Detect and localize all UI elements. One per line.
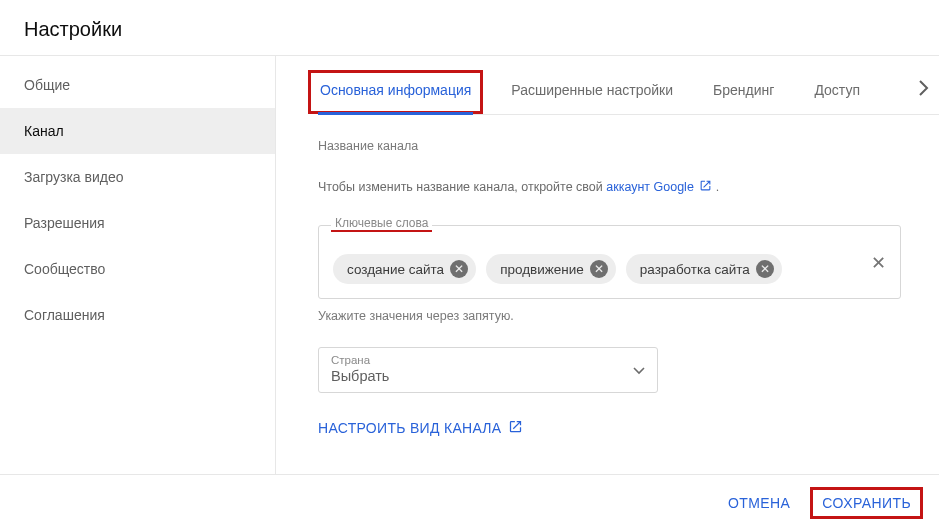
dialog-title: Настройки [0, 0, 939, 55]
customize-channel-link[interactable]: НАСТРОИТЬ ВИД КАНАЛА [318, 419, 523, 437]
keywords-legend: Ключевые слова [331, 216, 432, 232]
keywords-chips: создание сайта ✕ продвижение ✕ разработк… [333, 254, 886, 284]
chevron-right-icon[interactable] [919, 78, 929, 111]
country-label: Страна [331, 354, 645, 366]
basic-info-section: Название канала Чтобы изменить название … [318, 139, 939, 437]
sidebar-item-channel[interactable]: Канал [0, 108, 275, 154]
sidebar-item-permissions[interactable]: Разрешения [0, 200, 275, 246]
external-link-icon [508, 419, 523, 437]
main-panel: Основная информация Расширенные настройк… [275, 56, 939, 475]
country-value: Выбрать [331, 368, 645, 384]
sidebar-item-general[interactable]: Общие [0, 62, 275, 108]
cancel-button[interactable]: ОТМЕНА [716, 487, 802, 519]
chip-remove-icon[interactable]: ✕ [756, 260, 774, 278]
settings-sidebar: Общие Канал Загрузка видео Разрешения Со… [0, 56, 275, 475]
clear-all-icon[interactable]: ✕ [871, 252, 886, 274]
sidebar-item-agreements[interactable]: Соглашения [0, 292, 275, 338]
sidebar-item-upload[interactable]: Загрузка видео [0, 154, 275, 200]
dialog-footer: ОТМЕНА СОХРАНИТЬ [0, 474, 939, 531]
google-account-link[interactable]: аккаунт Google [606, 180, 694, 194]
dialog-body: Общие Канал Загрузка видео Разрешения Со… [0, 55, 939, 475]
customize-link-label: НАСТРОИТЬ ВИД КАНАЛА [318, 420, 502, 436]
keywords-hint: Укажите значения через запятую. [318, 309, 901, 323]
chip-label: разработка сайта [640, 262, 750, 277]
tab-bar: Основная информация Расширенные настройк… [318, 56, 939, 115]
keyword-chip: продвижение ✕ [486, 254, 616, 284]
help-text: Чтобы изменить название канала, откройте… [318, 180, 606, 194]
caret-down-icon [633, 361, 645, 379]
external-link-icon [699, 179, 712, 195]
tab-access[interactable]: Доступ [812, 74, 862, 114]
chip-label: создание сайта [347, 262, 444, 277]
keywords-field[interactable]: Ключевые слова создание сайта ✕ продвиже… [318, 225, 901, 299]
country-select[interactable]: Страна Выбрать [318, 347, 658, 393]
sidebar-item-community[interactable]: Сообщество [0, 246, 275, 292]
channel-name-label: Название канала [318, 139, 901, 153]
tab-advanced[interactable]: Расширенные настройки [509, 74, 675, 114]
keyword-chip: создание сайта ✕ [333, 254, 476, 284]
tab-branding[interactable]: Брендинг [711, 74, 776, 114]
chip-label: продвижение [500, 262, 584, 277]
chip-remove-icon[interactable]: ✕ [590, 260, 608, 278]
keyword-chip: разработка сайта ✕ [626, 254, 782, 284]
tab-basic-info[interactable]: Основная информация [318, 74, 473, 114]
channel-name-help: Чтобы изменить название канала, откройте… [318, 179, 901, 195]
chip-remove-icon[interactable]: ✕ [450, 260, 468, 278]
save-button[interactable]: СОХРАНИТЬ [810, 487, 923, 519]
